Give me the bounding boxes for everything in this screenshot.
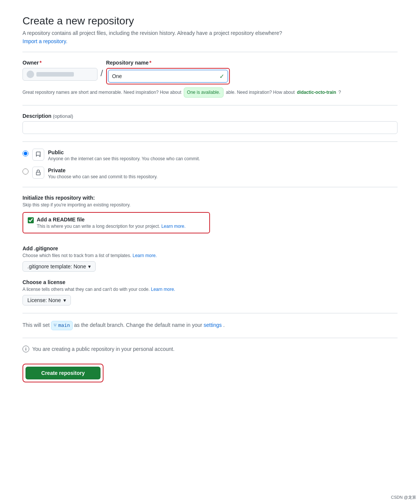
lock-icon	[32, 167, 44, 179]
repo-hint: Great repository names are short and mem…	[22, 87, 398, 98]
readme-learn-more-link[interactable]: Learn more.	[161, 224, 186, 229]
owner-label: Owner*	[22, 60, 98, 66]
repo-name-wrapper: ✓	[106, 68, 230, 84]
gitignore-section: Add .gitignore Choose which files not to…	[22, 245, 398, 272]
gitignore-title: Add .gitignore	[22, 245, 398, 251]
license-dropdown-icon: ▾	[63, 297, 66, 303]
private-desc: You choose who can see and commit to thi…	[48, 174, 398, 179]
create-btn-wrapper: Create repository	[22, 364, 104, 382]
repo-name-required: *	[149, 60, 151, 66]
readme-option[interactable]: Add a README file This is where you can …	[28, 217, 205, 229]
repo-name-label: Repository name*	[106, 60, 230, 66]
readme-wrapper: Add a README file This is where you can …	[22, 212, 210, 233]
book-icon	[32, 149, 44, 161]
public-title: Public	[48, 149, 398, 155]
avatar	[27, 71, 34, 78]
divider-branch	[22, 313, 398, 313]
info-icon: i	[22, 346, 29, 352]
branch-icon: ⑂	[54, 322, 57, 329]
init-title: Initialize this repository with:	[22, 195, 398, 201]
owner-repo-row: Owner* / Repository name* ✓	[22, 60, 398, 84]
suggested-name-link[interactable]: didactic-octo-train	[297, 89, 336, 96]
divider-top	[22, 52, 398, 52]
hint-suffix-before: able. Need inspiration? How about	[226, 89, 294, 96]
owner-required: *	[40, 60, 42, 66]
private-title: Private	[48, 167, 398, 173]
gitignore-select[interactable]: .gitignore template: None ▾	[22, 261, 96, 272]
readme-text-group: Add a README file This is where you can …	[37, 217, 186, 229]
gitignore-learn-more-link[interactable]: Learn more.	[132, 253, 157, 258]
owner-select[interactable]	[22, 68, 98, 81]
info-text: You are creating a public repository in …	[32, 346, 174, 352]
description-label: Description (optional)	[22, 113, 398, 119]
divider-visibility	[22, 141, 398, 142]
create-repository-button[interactable]: Create repository	[26, 367, 100, 379]
private-radio[interactable]	[22, 169, 28, 175]
public-radio[interactable]	[22, 150, 28, 156]
check-icon: ✓	[219, 73, 224, 80]
license-section: Choose a license A license tells others …	[22, 279, 398, 305]
private-option[interactable]: Private You choose who can see and commi…	[22, 167, 398, 179]
description-section: Description (optional)	[22, 113, 398, 134]
license-desc: A license tells others what they can and…	[22, 287, 398, 292]
init-subtitle: Skip this step if you're importing an ex…	[22, 202, 398, 208]
info-box: i You are creating a public repository i…	[22, 346, 398, 352]
import-repo-link[interactable]: Import a repository.	[22, 38, 68, 44]
page-subtitle: A repository contains all project files,…	[22, 30, 398, 36]
license-learn-more-link[interactable]: Learn more.	[151, 287, 176, 292]
optional-label: (optional)	[53, 113, 73, 119]
branch-badge: ⑂ main	[51, 321, 72, 330]
default-branch-text: This will set ⑂ main as the default bran…	[22, 321, 398, 330]
divider-info	[22, 338, 398, 338]
branch-name: main	[58, 322, 70, 329]
gitignore-dropdown-icon: ▾	[88, 263, 91, 269]
hint-prefix: Great repository names are short and mem…	[22, 89, 182, 96]
readme-title: Add a README file	[37, 217, 186, 223]
availability-badge: One is available.	[184, 87, 224, 98]
public-desc: Anyone on the internet can see this repo…	[48, 156, 398, 161]
license-btn-label: License: None	[27, 297, 61, 303]
visibility-section: Public Anyone on the internet can see th…	[22, 149, 398, 179]
repo-name-input[interactable]	[108, 70, 228, 83]
license-title: Choose a license	[22, 279, 398, 285]
owner-field-group: Owner*	[22, 60, 98, 81]
public-text: Public Anyone on the internet can see th…	[48, 149, 398, 161]
settings-link[interactable]: settings	[204, 322, 222, 328]
page-title: Create a new repository	[22, 15, 398, 27]
divider-description	[22, 105, 398, 105]
repo-name-field-group: Repository name* ✓	[106, 60, 230, 84]
gitignore-desc: Choose which files not to track from a l…	[22, 253, 398, 258]
slash-divider: /	[100, 60, 103, 78]
initialize-section: Initialize this repository with: Skip th…	[22, 195, 398, 238]
license-select[interactable]: License: None ▾	[22, 295, 71, 305]
repo-name-input-container: ✓	[108, 70, 228, 83]
hint-suffix: ?	[338, 89, 341, 96]
description-input[interactable]	[22, 121, 398, 134]
owner-name-blurred	[36, 72, 74, 77]
gitignore-btn-label: .gitignore template: None	[27, 263, 86, 269]
private-text: Private You choose who can see and commi…	[48, 167, 398, 179]
readme-checkbox[interactable]	[28, 217, 34, 223]
divider-init	[22, 187, 398, 187]
public-option[interactable]: Public Anyone on the internet can see th…	[22, 149, 398, 161]
readme-desc: This is where you can write a long descr…	[37, 224, 186, 229]
